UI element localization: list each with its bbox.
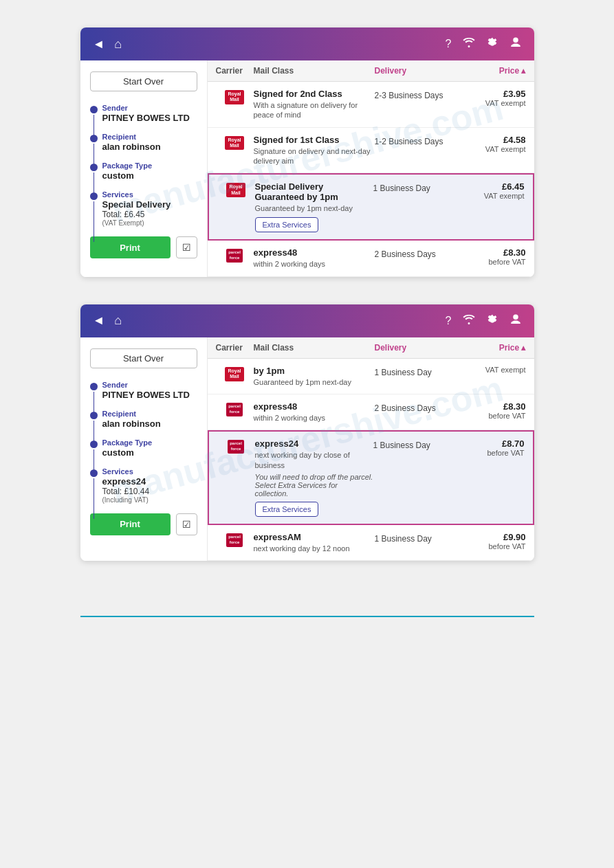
services-panel-1: Carrier Mail Class Delivery Price ▴ Roya… bbox=[208, 60, 534, 277]
settings-icon-2[interactable] bbox=[486, 313, 498, 329]
back-icon-2[interactable]: ◄ bbox=[93, 313, 105, 328]
home-icon-2[interactable]: ⌂ bbox=[114, 313, 122, 328]
checklist-button-1[interactable]: ☑ bbox=[176, 236, 197, 258]
service-row-1-2[interactable]: parcelforce express48 within 2 working d… bbox=[208, 394, 534, 430]
settings-icon[interactable] bbox=[486, 36, 498, 52]
service-info-2-1: Special Delivery Guaranteed by 1pm Guara… bbox=[255, 181, 373, 232]
sidebar-step-services-2: Services express24 Total: £10.44 (Includ… bbox=[90, 467, 197, 504]
screen2-wrapper: manufacturershive.com ◄ ⌂ ? bbox=[80, 304, 534, 575]
print-button-2[interactable]: Print bbox=[90, 513, 171, 535]
back-icon[interactable]: ◄ bbox=[93, 37, 105, 52]
col-mailclass-1: Mail Class bbox=[254, 66, 375, 76]
footer-line bbox=[80, 616, 534, 617]
service-row-3-1[interactable]: parcelforce express48 within 2 working d… bbox=[208, 241, 534, 276]
service-delivery-3-2: 1 Business Day bbox=[375, 534, 464, 544]
screen1: ◄ ⌂ ? bbox=[80, 27, 534, 277]
step-vat-2: (Including VAT) bbox=[102, 496, 197, 504]
col-delivery-2: Delivery bbox=[375, 343, 464, 353]
service-row-2-2[interactable]: parcelforce express24 next working day b… bbox=[208, 430, 534, 525]
carrier-logo-3-1: parcelforce bbox=[216, 249, 254, 263]
service-name-1-1: Signed for 1st Class bbox=[254, 135, 375, 145]
help-icon[interactable]: ? bbox=[446, 38, 452, 50]
service-row-0-1[interactable]: RoyalMail Signed for 2nd Class With a si… bbox=[208, 82, 534, 128]
screen2: ◄ ⌂ ? bbox=[80, 304, 534, 561]
services-header-2: Carrier Mail Class Delivery Price ▴ bbox=[208, 337, 534, 359]
service-row-2-1[interactable]: RoyalMail Special Delivery Guaranteed by… bbox=[208, 173, 534, 241]
step-dot-8 bbox=[90, 469, 98, 477]
start-over-button-1[interactable]: Start Over bbox=[90, 71, 197, 91]
carrier-logo-0-2: RoyalMail bbox=[216, 367, 254, 381]
sidebar-step-sender-1: Sender PITNEY BOWES LTD bbox=[90, 104, 197, 123]
service-desc-1-2: within 2 working days bbox=[254, 413, 375, 423]
service-row-0-2[interactable]: RoyalMail by 1pm Guaranteed by 1pm next-… bbox=[208, 359, 534, 394]
start-over-button-2[interactable]: Start Over bbox=[90, 348, 197, 368]
col-carrier-1: Carrier bbox=[216, 66, 254, 76]
step-label-recipient-2: Recipient bbox=[102, 410, 197, 418]
step-value-sender-2: PITNEY BOWES LTD bbox=[102, 390, 197, 400]
service-name-2-1: Special Delivery Guaranteed by 1pm bbox=[255, 181, 373, 202]
step-dot-7 bbox=[90, 441, 98, 448]
services-header-1: Carrier Mail Class Delivery Price ▴ bbox=[208, 60, 534, 82]
service-desc-2-1: Guaranteed by 1pm next-day bbox=[255, 203, 373, 213]
service-row-1-1[interactable]: RoyalMail Signed for 1st Class Signature… bbox=[208, 128, 534, 174]
step-value-services-2: express24 bbox=[102, 476, 197, 487]
step-dot-2 bbox=[90, 135, 98, 142]
service-vat-0-2: VAT exempt bbox=[464, 366, 526, 374]
home-icon[interactable]: ⌂ bbox=[114, 37, 122, 52]
sidebar-step-package-2: Package Type custom bbox=[90, 438, 197, 458]
main-content-1: Start Over Sender PITNEY BOWES LTD Recip… bbox=[80, 60, 534, 277]
print-button-1[interactable]: Print bbox=[90, 236, 171, 258]
main-content-2: Start Over Sender PITNEY BOWES LTD Recip… bbox=[80, 337, 534, 561]
sidebar-step-services-1: Services Special Delivery Total: £6.45 (… bbox=[90, 190, 197, 227]
royal-mail-logo-2: RoyalMail bbox=[226, 183, 245, 197]
checklist-button-2[interactable]: ☑ bbox=[176, 513, 197, 535]
service-price-1-1: £4.58 bbox=[464, 135, 526, 145]
service-desc-3-2: next working day by 12 noon bbox=[254, 544, 375, 553]
parcelforce-logo-s2-3: parcelforce bbox=[226, 533, 243, 547]
user-icon[interactable] bbox=[509, 36, 522, 52]
user-icon-2[interactable] bbox=[509, 313, 522, 329]
step-value-recipient-2: alan robinson bbox=[102, 419, 197, 429]
service-name-1-2: express48 bbox=[254, 401, 375, 412]
carrier-logo-0-1: RoyalMail bbox=[216, 90, 254, 104]
royal-mail-logo-s2-0: RoyalMail bbox=[225, 367, 243, 381]
header-left-1: ◄ ⌂ bbox=[93, 37, 122, 52]
service-vat-1-1: VAT exempt bbox=[464, 145, 526, 153]
step-total-1: Total: £6.45 bbox=[102, 210, 197, 219]
service-info-1-2: express48 within 2 working days bbox=[254, 401, 375, 423]
carrier-logo-1-1: RoyalMail bbox=[216, 136, 254, 151]
service-vat-2-1: VAT exempt bbox=[463, 192, 525, 200]
help-icon-2[interactable]: ? bbox=[446, 315, 452, 327]
header-bar-2: ◄ ⌂ ? bbox=[80, 304, 534, 337]
service-price-area-2-1: £6.45 VAT exempt bbox=[463, 181, 525, 200]
header-right-2: ? bbox=[446, 313, 522, 329]
service-price-area-3-1: £8.30 before VAT bbox=[464, 247, 526, 266]
screen1-wrapper: manufacturershive.com ◄ ⌂ ? bbox=[80, 27, 534, 291]
extra-services-button-2[interactable]: Extra Services bbox=[255, 502, 319, 517]
royal-mail-logo-1: RoyalMail bbox=[225, 136, 243, 151]
col-mailclass-2: Mail Class bbox=[254, 343, 375, 353]
sidebar-step-recipient-1: Recipient alan robinson bbox=[90, 133, 197, 152]
service-price-1-2: £8.30 bbox=[464, 401, 526, 412]
sidebar-2: Start Over Sender PITNEY BOWES LTD Recip… bbox=[80, 337, 208, 561]
print-row-1: Print ☑ bbox=[90, 236, 197, 258]
step-label-package-1: Package Type bbox=[102, 162, 197, 170]
parcelforce-logo-s2-1: parcelforce bbox=[226, 403, 243, 416]
service-price-2-1: £6.45 bbox=[463, 181, 525, 192]
service-price-2-2: £8.70 bbox=[463, 438, 525, 449]
carrier-logo-2-1: RoyalMail bbox=[217, 183, 255, 197]
service-name-3-1: express48 bbox=[254, 247, 375, 258]
step-value-package-2: custom bbox=[102, 447, 197, 458]
step-total-2: Total: £10.44 bbox=[102, 487, 197, 496]
step-dot-3 bbox=[90, 164, 98, 171]
service-price-area-1-2: £8.30 before VAT bbox=[464, 401, 526, 420]
service-row-3-2[interactable]: parcelforce expressAM next working day b… bbox=[208, 525, 534, 561]
step-dot-6 bbox=[90, 412, 98, 419]
services-panel-2: Carrier Mail Class Delivery Price ▴ Roya… bbox=[208, 337, 534, 561]
service-vat-2-2: before VAT bbox=[463, 449, 525, 457]
service-vat-3-1: before VAT bbox=[464, 258, 526, 266]
step-value-recipient-1: alan robinson bbox=[102, 142, 197, 152]
service-info-2-2: express24 next working day by close of b… bbox=[255, 438, 373, 517]
extra-services-button-1[interactable]: Extra Services bbox=[255, 217, 319, 232]
service-delivery-0-2: 1 Business Day bbox=[375, 368, 464, 377]
